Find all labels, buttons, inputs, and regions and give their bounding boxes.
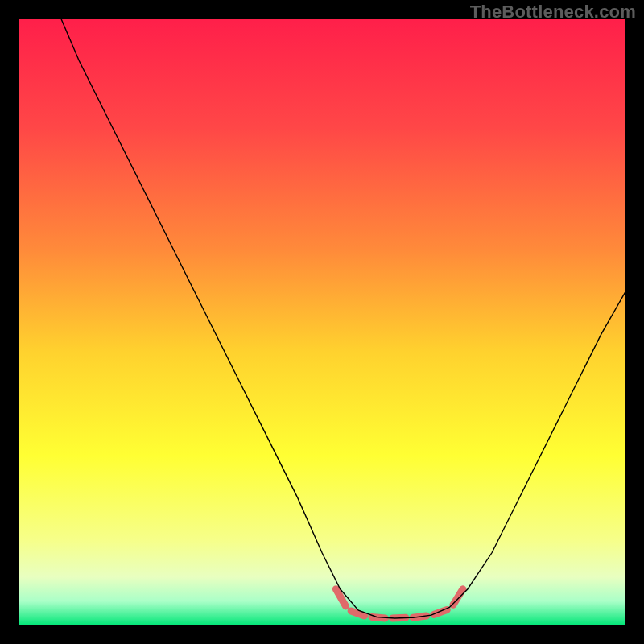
bottleneck-curve-chart — [19, 19, 625, 625]
watermark-text: TheBottleneck.com — [470, 2, 636, 23]
chart-frame — [19, 19, 625, 625]
gradient-background — [19, 19, 625, 625]
